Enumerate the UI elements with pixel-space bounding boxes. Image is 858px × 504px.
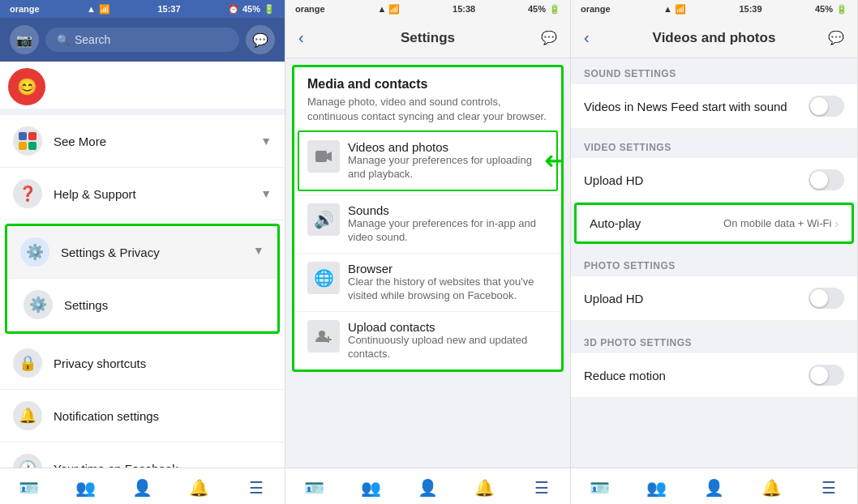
video-settings-label: VIDEO SETTINGS (571, 132, 857, 158)
divider-1 (0, 109, 285, 115)
battery-icon-p3: 🔋 (836, 4, 847, 15)
story-avatar-1[interactable]: 😊 (8, 68, 45, 105)
autoplay-chevron: › (834, 217, 839, 230)
nav-profile-p2[interactable]: 👤 (399, 475, 456, 501)
svg-rect-0 (19, 132, 27, 140)
help-chevron: ▼ (260, 187, 272, 200)
browser-item[interactable]: 🌐 Browser Clear the history of websites … (294, 253, 561, 311)
panel1-content: 😊 See More ▼ ❓ Help & Support ▼ (0, 62, 285, 468)
settings-privacy-chevron: ▲ (253, 246, 264, 258)
panel-settings: orange ▲ 📶 15:38 45% 🔋 ‹ Settings 💬 Medi… (285, 0, 571, 504)
messenger-button[interactable]: 💬 (246, 25, 275, 54)
wifi-icon-p2: ▲ 📶 (377, 4, 400, 15)
sounds-item[interactable]: 🔊 Sounds Manage your preferences for in-… (294, 194, 561, 253)
upload-hd-video-toggle[interactable] (809, 169, 844, 190)
bottom-nav-panel3: 🪪 👥 👤 🔔 ☰ (571, 468, 857, 504)
upload-hd-photo-toggle[interactable] (809, 288, 844, 309)
reduce-motion-toggle[interactable] (809, 365, 844, 386)
settings-privacy-section: ⚙️ Settings & Privacy ▲ ⚙️ Settings (5, 224, 280, 334)
upload-contacts-desc: Continuously upload new and updated cont… (348, 334, 548, 361)
videos-photos-content: SOUND SETTINGS Videos in News Feed start… (571, 58, 857, 468)
svg-rect-3 (28, 142, 36, 150)
carrier-panel2: orange (295, 4, 325, 14)
upload-hd-video-label: Upload HD (584, 173, 809, 187)
help-label: Help & Support (54, 187, 260, 201)
nav-card-p3[interactable]: 🪪 (571, 475, 628, 501)
menu-item-privacy[interactable]: 🔒 Privacy shortcuts (0, 337, 285, 390)
news-feed-sound-label: Videos in News Feed start with sound (584, 100, 809, 113)
panel-videos-photos: orange ▲ 📶 15:39 45% 🔋 ‹ Videos and phot… (571, 0, 858, 504)
menu-item-settings-privacy[interactable]: ⚙️ Settings & Privacy ▲ (7, 226, 277, 279)
messenger-icon-p3[interactable]: 💬 (828, 30, 844, 45)
sound-settings-label: SOUND SETTINGS (571, 58, 857, 84)
upload-hd-video-row: Upload HD (571, 158, 857, 203)
help-icon: ❓ (13, 179, 42, 208)
nav-card[interactable]: 🪪 (0, 475, 57, 501)
sounds-title: Sounds (348, 203, 548, 217)
svg-point-6 (319, 331, 325, 337)
search-label: Search (75, 33, 110, 46)
nav-menu-p2[interactable]: ☰ (513, 475, 570, 501)
nav-bell-p2[interactable]: 🔔 (457, 475, 513, 501)
upload-contacts-item[interactable]: Upload contacts Continuously upload new … (294, 311, 561, 369)
autoplay-value: On mobile data + Wi-Fi (723, 217, 831, 229)
autoplay-row[interactable]: Auto-play On mobile data + Wi-Fi › ➜ (574, 203, 854, 244)
sounds-text: Sounds Manage your preferences for in-ap… (348, 203, 548, 245)
nav-menu-p3[interactable]: ☰ (800, 475, 857, 501)
videos-photos-title: Videos and photos (348, 140, 548, 154)
upload-hd-photo-label: Upload HD (584, 292, 809, 305)
news-feed-sound-row: Videos in News Feed start with sound (571, 84, 857, 129)
settings-title: Settings (401, 30, 455, 46)
sound-settings-group: SOUND SETTINGS Videos in News Feed start… (571, 58, 857, 129)
nav-bell[interactable]: 🔔 (171, 475, 228, 501)
nav-menu[interactable]: ☰ (228, 475, 285, 501)
time-panel3: 15:39 (739, 4, 761, 14)
browser-text: Browser Clear the history of websites th… (348, 262, 548, 303)
menu-item-see-more[interactable]: See More ▼ (0, 115, 285, 168)
videos-photos-icon (307, 140, 340, 173)
see-more-icon (13, 126, 42, 156)
time-icon: 🕐 (13, 454, 42, 468)
nav-bell-p3[interactable]: 🔔 (743, 475, 800, 501)
news-feed-sound-toggle[interactable] (809, 96, 844, 117)
nav-card-p2[interactable]: 🪪 (285, 475, 342, 501)
status-bar-panel2: orange ▲ 📶 15:38 45% 🔋 (285, 0, 570, 18)
see-more-label: See More (54, 135, 260, 148)
photo-settings-group: PHOTO SETTINGS Upload HD (571, 250, 857, 321)
nav-friends-p3[interactable]: 👥 (628, 475, 686, 501)
videos-photos-item[interactable]: Videos and photos Manage your preference… (298, 130, 558, 191)
nav-friends-p2[interactable]: 👥 (342, 475, 399, 501)
settings-header: ‹ Settings 💬 (285, 18, 570, 58)
search-bar[interactable]: 🔍 Search (45, 28, 239, 52)
svg-rect-2 (19, 142, 27, 150)
browser-desc: Clear the history of websites that you'v… (348, 275, 548, 303)
status-bar-panel1: orange ▲ 📶 15:37 ⏰ 45% 🔋 (0, 0, 285, 18)
battery-panel3: 45% (815, 4, 833, 14)
search-icon: 🔍 (57, 34, 70, 46)
battery-icon: 🔋 (264, 4, 275, 15)
nav-profile-p3[interactable]: 👤 (685, 475, 743, 501)
time-panel1: 15:37 (157, 4, 180, 14)
videos-photos-page-title: Videos and photos (653, 30, 776, 46)
menu-item-settings[interactable]: ⚙️ Settings (7, 279, 277, 331)
browser-title: Browser (348, 262, 548, 275)
svg-rect-1 (28, 132, 36, 140)
nav-profile[interactable]: 👤 (114, 475, 170, 501)
back-button-p3[interactable]: ‹ (584, 28, 590, 47)
battery-panel2: 45% (528, 4, 546, 14)
menu-item-notifications[interactable]: 🔔 Notification settings (0, 390, 285, 442)
svg-marker-5 (327, 152, 332, 161)
back-button[interactable]: ‹ (298, 28, 304, 47)
battery-icon-p2: 🔋 (549, 4, 560, 15)
messenger-icon-p2[interactable]: 💬 (541, 30, 557, 45)
media-desc: Manage photo, video and sound controls, … (307, 95, 548, 124)
time-panel2: 15:38 (453, 4, 475, 14)
photo3d-settings-label: 3D PHOTO SETTINGS (571, 327, 857, 353)
camera-button[interactable]: 📷 (10, 25, 39, 54)
videos-photos-desc: Manage your preferences for uploading an… (348, 154, 548, 182)
media-contacts-section: Media and contacts Manage photo, video a… (292, 65, 564, 372)
menu-item-time[interactable]: 🕐 Your time on Facebook (0, 442, 285, 468)
menu-item-help[interactable]: ❓ Help & Support ▼ (0, 168, 285, 220)
panel-facebook-main: orange ▲ 📶 15:37 ⏰ 45% 🔋 📷 🔍 Search 💬 😊 (0, 0, 285, 504)
nav-friends[interactable]: 👥 (57, 475, 114, 501)
